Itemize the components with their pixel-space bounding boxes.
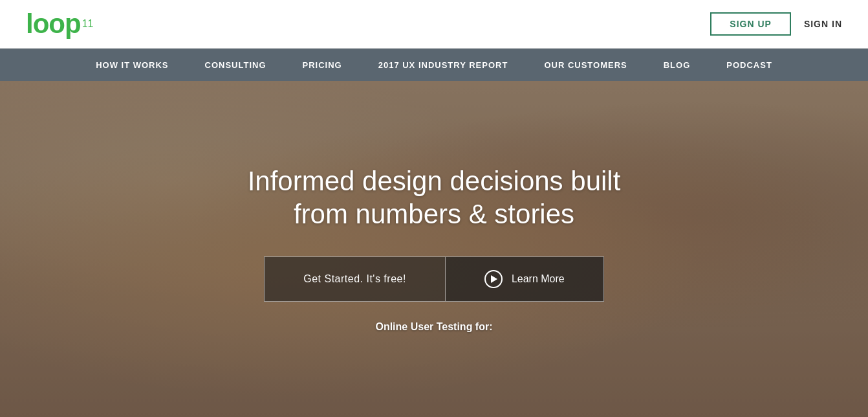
- nav-item-blog[interactable]: BLOG: [646, 49, 709, 81]
- hero-section: Informed design decisions built from num…: [0, 81, 868, 417]
- nav-item-ux-report[interactable]: 2017 UX INDUSTRY REPORT: [360, 49, 526, 81]
- logo[interactable]: loop11: [26, 8, 93, 39]
- nav-item-our-customers[interactable]: OUR CUSTOMERS: [526, 49, 645, 81]
- main-nav: HOW IT WORKS CONSULTING PRICING 2017 UX …: [0, 49, 868, 81]
- header-actions: SIGN UP SIGN IN: [710, 12, 842, 36]
- learn-more-button[interactable]: Learn More: [446, 256, 604, 302]
- nav-item-how-it-works[interactable]: HOW IT WORKS: [78, 49, 186, 81]
- hero-buttons: Get Started. It's free! Learn More: [264, 256, 603, 302]
- logo-sup: 11: [82, 18, 94, 30]
- nav-item-pricing[interactable]: PRICING: [285, 49, 360, 81]
- signup-button[interactable]: SIGN UP: [710, 12, 791, 36]
- hero-content: Informed design decisions built from num…: [235, 165, 634, 333]
- hero-title: Informed design decisions built from num…: [248, 165, 621, 231]
- play-icon: [484, 270, 503, 288]
- get-started-button[interactable]: Get Started. It's free!: [264, 256, 446, 302]
- signin-button[interactable]: SIGN IN: [804, 19, 842, 29]
- hero-sub-label: Online User Testing for:: [375, 321, 492, 333]
- nav-item-podcast[interactable]: PODCAST: [708, 49, 790, 81]
- nav-item-consulting[interactable]: CONSULTING: [187, 49, 285, 81]
- site-header: loop11 SIGN UP SIGN IN: [0, 0, 868, 49]
- learn-more-label: Learn More: [512, 273, 565, 285]
- play-triangle: [491, 275, 497, 283]
- logo-text: loop: [26, 8, 81, 39]
